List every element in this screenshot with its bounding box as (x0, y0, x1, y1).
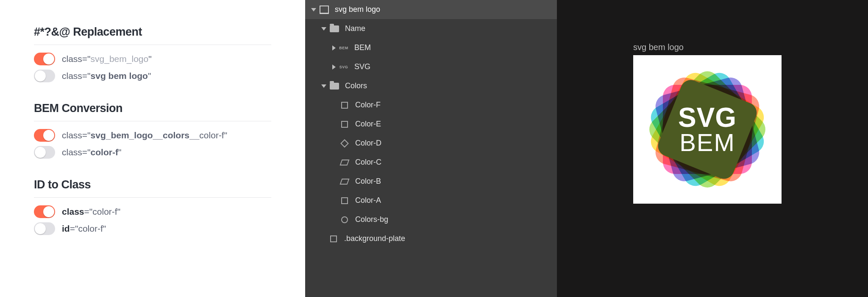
disclosure-open-icon[interactable] (311, 8, 316, 11)
layer-label: Color-A (355, 196, 381, 205)
logo-stack: SVG BEM (650, 72, 765, 187)
option-row: id="color-f" (34, 222, 271, 235)
toggle-replacement-off[interactable] (34, 70, 55, 82)
folder-label: Colors (345, 81, 367, 90)
option-row: class="svg_bem_logo" (34, 53, 271, 65)
shape-icon (340, 120, 349, 129)
text-layer-icon: BEM (339, 43, 348, 53)
layer-row[interactable]: Color-C (305, 153, 557, 172)
layers-panel: svg bem logo Name BEM BEM SVG SVG Colors… (305, 0, 557, 297)
disclosure-closed-icon[interactable] (332, 64, 336, 70)
logo-text: SVG BEM (650, 72, 765, 187)
toggle-bem-on[interactable] (34, 129, 55, 142)
option-text: class="color-f" (62, 207, 120, 217)
layer-label: Color-E (355, 120, 381, 129)
layer-row[interactable]: Color-B (305, 172, 557, 191)
section-bem-conversion: BEM Conversion class="svg_bem_logo__colo… (34, 102, 271, 159)
folder-label: Name (345, 24, 365, 33)
logo: SVG BEM (633, 55, 782, 204)
section-replacement: #*?&@ Replacement class="svg_bem_logo" c… (34, 25, 271, 82)
option-text: class="svg bem logo" (62, 71, 151, 81)
layer-row[interactable]: SVG SVG (305, 57, 557, 76)
folder-row-colors[interactable]: Colors (305, 76, 557, 95)
disclosure-open-icon[interactable] (321, 27, 326, 31)
shape-icon (340, 215, 349, 224)
divider (34, 197, 271, 198)
toggle-replacement-on[interactable] (34, 53, 55, 65)
folder-row-name[interactable]: Name (305, 19, 557, 38)
shape-icon (340, 177, 349, 186)
toggle-idclass-on[interactable] (34, 205, 55, 218)
toggle-idclass-off[interactable] (34, 222, 55, 235)
layer-row[interactable]: Color-D (305, 134, 557, 153)
divider (34, 45, 271, 45)
artboard-label: svg bem logo (335, 5, 380, 14)
option-row: class="color-f" (34, 205, 271, 218)
folder-icon (330, 24, 339, 34)
artboard[interactable]: SVG BEM (633, 55, 782, 204)
shape-icon (340, 101, 349, 110)
layer-row[interactable]: Color-F (305, 95, 557, 115)
layer-label: Colors-bg (355, 215, 388, 224)
text-layer-icon: SVG (339, 62, 348, 72)
layer-label: .background-plate (344, 234, 405, 243)
settings-panel: #*?&@ Replacement class="svg_bem_logo" c… (0, 0, 305, 297)
shape-icon (340, 139, 349, 148)
section-title: ID to Class (34, 178, 271, 191)
layer-row[interactable]: Colors-bg (305, 210, 557, 229)
folder-icon (330, 81, 339, 91)
shape-icon (340, 158, 349, 167)
option-text: class="svg_bem_logo__colors__color-f" (62, 130, 227, 140)
layer-row[interactable]: Color-A (305, 191, 557, 210)
layer-row[interactable]: BEM BEM (305, 38, 557, 57)
canvas[interactable]: svg bem logo SVG BEM (557, 0, 868, 297)
option-text: id="color-f" (62, 224, 106, 234)
layer-label: SVG (354, 62, 370, 71)
layer-row[interactable]: Color-E (305, 115, 557, 134)
shape-icon (329, 234, 338, 244)
shape-icon (340, 196, 349, 205)
layer-label: Color-D (355, 139, 381, 148)
option-text: class="svg_bem_logo" (62, 54, 152, 64)
section-title: #*?&@ Replacement (34, 25, 271, 39)
layer-label: BEM (354, 43, 371, 52)
disclosure-open-icon[interactable] (321, 84, 326, 88)
layer-row[interactable]: .background-plate (305, 229, 557, 248)
section-title: BEM Conversion (34, 102, 271, 115)
disclosure-closed-icon[interactable] (332, 45, 336, 50)
divider (34, 121, 271, 121)
logo-line1: SVG (678, 105, 737, 131)
artboard-title[interactable]: svg bem logo (633, 42, 684, 52)
option-row: class="svg bem logo" (34, 70, 271, 82)
artboard-row[interactable]: svg bem logo (305, 0, 557, 19)
toggle-bem-off[interactable] (34, 146, 55, 159)
option-row: class="color-f" (34, 146, 271, 159)
logo-line2: BEM (679, 131, 735, 154)
artboard-icon (320, 5, 329, 14)
option-text: class="color-f" (62, 147, 121, 157)
option-row: class="svg_bem_logo__colors__color-f" (34, 129, 271, 142)
layer-label: Color-F (355, 101, 381, 109)
section-id-to-class: ID to Class class="color-f" id="color-f" (34, 178, 271, 235)
layer-label: Color-B (355, 177, 381, 186)
layer-label: Color-C (355, 158, 381, 167)
